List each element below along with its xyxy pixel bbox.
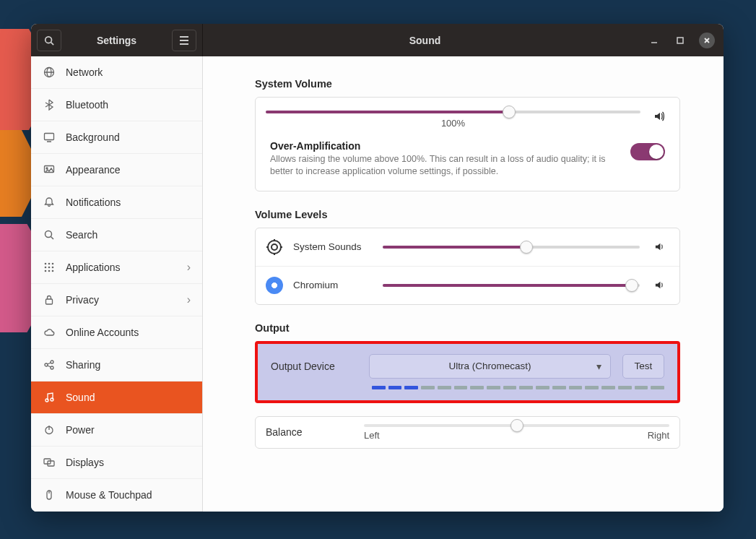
- svg-point-15: [46, 168, 48, 169]
- meter-segment: [585, 386, 599, 389]
- meter-segment: [487, 386, 500, 389]
- svg-point-42: [271, 244, 277, 250]
- sidebar-item-label: Sound: [66, 392, 95, 403]
- balance-slider[interactable]: [364, 424, 669, 427]
- titlebar: Settings Sound: [31, 24, 724, 56]
- hamburger-menu-button[interactable]: [172, 30, 196, 51]
- system-volume-slider[interactable]: [266, 111, 640, 113]
- sidebar-item-mouse-touchpad[interactable]: Mouse & Touchpad: [31, 479, 202, 512]
- output-device-select[interactable]: Ultra (Chromecast) ▾: [369, 354, 611, 379]
- music-icon: [43, 392, 56, 403]
- sidebar-item-sound[interactable]: Sound: [31, 381, 202, 414]
- svg-point-23: [52, 267, 54, 269]
- over-amplification-toggle[interactable]: [630, 143, 665, 160]
- sidebar-item-label: Privacy: [66, 294, 99, 306]
- svg-point-26: [52, 270, 54, 272]
- meter-segment: [404, 386, 418, 389]
- svg-point-21: [45, 267, 47, 269]
- share-icon: [43, 359, 56, 371]
- sidebar-item-applications[interactable]: Applications›: [31, 251, 202, 284]
- sidebar: NetworkBluetoothBackgroundAppearanceNoti…: [31, 56, 203, 512]
- sidebar-item-displays[interactable]: Displays: [31, 447, 202, 479]
- output-device-label: Output Device: [271, 361, 357, 372]
- balance-left-label: Left: [364, 430, 380, 441]
- globe-icon: [43, 66, 56, 78]
- sidebar-item-appearance[interactable]: Appearance: [31, 154, 202, 186]
- sidebar-item-label: Applications: [66, 262, 121, 273]
- hamburger-icon: [179, 36, 189, 45]
- svg-point-30: [51, 366, 53, 369]
- volume-levels-card: System SoundsChromium: [255, 228, 680, 305]
- svg-line-1: [51, 42, 54, 45]
- sidebar-search-button[interactable]: [37, 30, 61, 51]
- sidebar-item-online-accounts[interactable]: Online Accounts: [31, 316, 202, 349]
- speaker-icon[interactable]: [654, 280, 665, 290]
- svg-point-34: [51, 398, 53, 401]
- over-amplification-title: Over-Amplification: [270, 140, 616, 152]
- output-device-selected-value: Ultra (Chromecast): [448, 361, 531, 371]
- svg-point-19: [48, 263, 51, 265]
- lock-icon: [43, 294, 56, 306]
- sidebar-item-label: Bluetooth: [66, 99, 108, 111]
- section-title-volume-levels: Volume Levels: [255, 209, 680, 220]
- sidebar-item-label: Network: [66, 66, 103, 78]
- svg-point-29: [51, 361, 53, 363]
- sidebar-item-notifications[interactable]: Notifications: [31, 186, 202, 219]
- sidebar-item-label: Search: [66, 229, 97, 241]
- meter-segment: [536, 386, 549, 389]
- appearance-icon: [43, 164, 56, 176]
- chevron-right-icon: ›: [187, 293, 191, 306]
- sidebar-item-network[interactable]: Network: [31, 56, 202, 89]
- speaker-icon[interactable]: [654, 241, 665, 252]
- balance-label: Balance: [266, 426, 352, 438]
- balance-card: Balance Left Right: [255, 416, 680, 449]
- meter-segment: [372, 386, 386, 389]
- test-button[interactable]: Test: [622, 354, 664, 379]
- system-sounds-icon: [266, 238, 283, 256]
- cloud-icon: [43, 327, 56, 338]
- sidebar-item-bluetooth[interactable]: Bluetooth: [31, 89, 202, 121]
- over-amplification-description: Allows raising the volume above 100%. Th…: [270, 153, 616, 178]
- sidebar-item-label: Background: [66, 131, 120, 143]
- svg-rect-27: [46, 299, 53, 304]
- sidebar-item-privacy[interactable]: Privacy›: [31, 284, 202, 316]
- minimize-button[interactable]: [647, 33, 661, 48]
- bell-icon: [43, 197, 56, 208]
- sidebar-item-sharing[interactable]: Sharing: [31, 349, 202, 381]
- chevron-right-icon: ›: [187, 261, 191, 274]
- svg-point-25: [48, 270, 51, 272]
- speaker-icon[interactable]: [653, 111, 665, 122]
- displays-icon: [43, 457, 56, 468]
- sidebar-item-label: Online Accounts: [66, 327, 139, 338]
- meter-segment: [470, 386, 484, 389]
- maximize-button[interactable]: [673, 33, 687, 48]
- meter-segment: [519, 386, 533, 389]
- page-title: Sound: [203, 35, 647, 46]
- grid-icon: [43, 262, 56, 273]
- section-title-system-volume: System Volume: [255, 78, 680, 90]
- search-icon: [44, 35, 54, 46]
- close-button[interactable]: [699, 33, 715, 48]
- svg-rect-12: [45, 134, 54, 140]
- app-volume-name: System Sounds: [293, 241, 373, 252]
- mouse-icon: [43, 489, 56, 501]
- meter-segment: [438, 386, 451, 389]
- sidebar-item-power[interactable]: Power: [31, 414, 202, 447]
- sidebar-item-background[interactable]: Background: [31, 121, 202, 154]
- svg-point-18: [45, 263, 47, 265]
- svg-point-24: [45, 270, 47, 272]
- meter-segment: [618, 386, 632, 389]
- balance-right-label: Right: [648, 430, 669, 441]
- svg-rect-6: [677, 38, 683, 43]
- app-volume-slider[interactable]: [383, 246, 640, 249]
- settings-window: Settings Sound NetworkBluetoothBackgroun…: [31, 24, 724, 512]
- volume-row-system-sounds: System Sounds: [256, 228, 679, 267]
- sidebar-item-label: Mouse & Touchpad: [66, 489, 152, 501]
- svg-point-33: [45, 399, 48, 402]
- meter-segment: [552, 386, 566, 389]
- app-volume-slider[interactable]: [383, 284, 640, 287]
- svg-point-16: [45, 231, 52, 238]
- sidebar-item-search[interactable]: Search: [31, 219, 202, 251]
- meter-segment: [651, 386, 664, 389]
- svg-point-20: [52, 263, 54, 265]
